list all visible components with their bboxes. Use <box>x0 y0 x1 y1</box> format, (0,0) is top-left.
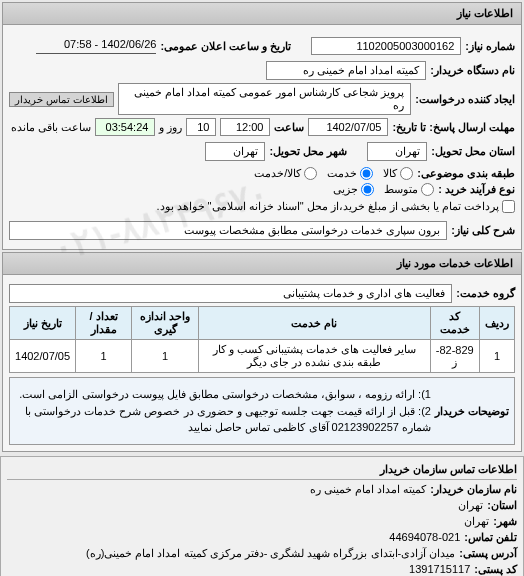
th-0: ردیف <box>480 307 515 340</box>
budget-opt-2: کالا/خدمت <box>254 167 301 180</box>
td-5: 1402/07/05 <box>10 340 76 373</box>
size-label: نوع فرآیند خرید : <box>438 183 515 196</box>
panel1-header: اطلاعات نیاز <box>3 3 521 25</box>
city-value: تهران <box>205 142 265 161</box>
size-radio-medium[interactable] <box>421 183 434 196</box>
province-value: تهران <box>367 142 427 161</box>
req-number-value: 1102005003000162 <box>311 37 461 55</box>
cb-org-label: نام سازمان خریدار: <box>430 483 517 496</box>
buyer-label: نام دستگاه خریدار: <box>430 64 515 77</box>
td-1: 82-829-ز <box>430 340 479 373</box>
services-table: ردیف کد خدمت نام خدمت واحد اندازه گیری ت… <box>9 306 515 373</box>
deadline-date: 1402/07/05 <box>308 118 388 136</box>
contact-info-link[interactable]: اطلاعات تماس خریدار <box>9 92 114 107</box>
cb-addr-label: آدرس پستی: <box>459 547 517 560</box>
time-label: ساعت <box>274 121 304 134</box>
buyer-contact-section: اطلاعات تماس سازمان خریدار نام سازمان خر… <box>0 456 524 577</box>
budget-radio-service[interactable] <box>360 167 373 180</box>
budget-label: طبقه بندی موضوعی: <box>417 167 515 180</box>
cb-phone-label: تلفن تماس: <box>464 531 517 544</box>
table-row: 1 82-829-ز سایر فعالیت های خدمات پشتیبان… <box>10 340 515 373</box>
buyer-contact-header: اطلاعات تماس سازمان خریدار <box>7 463 517 480</box>
th-1: کد خدمت <box>430 307 479 340</box>
buyer-value: کمیته امداد امام خمینی ره <box>266 61 426 80</box>
desc-label: توضیحات خریدار <box>435 403 509 420</box>
cb-phone-val: 44694078-021 <box>389 531 460 543</box>
th-5: تاریخ نیاز <box>10 307 76 340</box>
payment-checkbox[interactable] <box>502 200 515 213</box>
services-panel: اطلاعات خدمات مورد نیاز گروه خدمت: فعالی… <box>2 252 522 452</box>
cb-postal-label: کد پستی: <box>474 563 517 576</box>
need-info-panel: اطلاعات نیاز شماره نیاز: 110200500300016… <box>2 2 522 250</box>
cb-city-val: تهران <box>464 515 489 528</box>
city-label: شهر محل تحویل: <box>269 145 347 158</box>
buyer-description-box: توضیحات خریدار 1): ارائه رزومه ، سوابق، … <box>9 377 515 445</box>
cb-addr-val: میدان آزادی-ابتدای بزرگراه شهید لشگری -د… <box>86 547 455 560</box>
th-2: نام خدمت <box>199 307 430 340</box>
creator-value: پرویز شجاعی کارشناس امور عمومی کمیته امد… <box>118 83 412 115</box>
group-label: گروه خدمت: <box>456 287 515 300</box>
size-opt-0: متوسط <box>384 183 418 196</box>
size-radio-small[interactable] <box>361 183 374 196</box>
province-label: استان محل تحویل: <box>431 145 515 158</box>
cb-prov-val: تهران <box>458 499 483 512</box>
payment-note: پرداخت تمام یا بخشی از مبلغ خرید،از محل … <box>156 200 499 213</box>
group-value: فعالیت های اداری و خدمات پشتیبانی <box>9 284 452 303</box>
time-remain-label: ساعت باقی مانده <box>11 121 91 134</box>
th-4: تعداد / مقدار <box>76 307 132 340</box>
size-opt-1: جزیی <box>333 183 358 196</box>
announce-value: 1402/06/26 - 07:58 <box>36 38 156 54</box>
deadline-label: مهلت ارسال پاسخ: تا تاریخ: <box>392 121 515 134</box>
cb-postal-val: 1391715117 <box>409 563 470 575</box>
budget-radio-group: کالا خدمت کالا/خدمت <box>254 167 413 180</box>
req-number-label: شماره نیاز: <box>465 40 515 53</box>
th-3: واحد اندازه گیری <box>131 307 198 340</box>
deadline-time: 12:00 <box>220 118 270 136</box>
summary-value: برون سپاری خدمات درخواستی مطابق مشخصات پ… <box>9 221 447 240</box>
table-header-row: ردیف کد خدمت نام خدمت واحد اندازه گیری ت… <box>10 307 515 340</box>
budget-radio-goods[interactable] <box>400 167 413 180</box>
summary-label: شرح کلی نیاز: <box>451 224 515 237</box>
budget-radio-both[interactable] <box>304 167 317 180</box>
cb-city-label: شهر: <box>493 515 517 528</box>
creator-label: ایجاد کننده درخواست: <box>415 93 515 106</box>
budget-opt-1: خدمت <box>327 167 357 180</box>
td-2: سایر فعالیت های خدمات پشتیبانی کسب و کار… <box>199 340 430 373</box>
size-radio-group: متوسط جزیی <box>333 183 434 196</box>
desc-text: 1): ارائه رزومه ، سوابق، مشخصات درخواستی… <box>15 386 431 436</box>
cb-org-val: کمیته امداد امام خمینی ره <box>310 483 426 496</box>
cb-prov-label: استان: <box>487 499 517 512</box>
td-0: 1 <box>480 340 515 373</box>
time-remain: 03:54:24 <box>95 118 155 136</box>
td-4: 1 <box>76 340 132 373</box>
announce-label: تاریخ و ساعت اعلان عمومی: <box>160 40 291 53</box>
td-3: 1 <box>131 340 198 373</box>
days-label: روز و <box>159 121 182 134</box>
panel2-header: اطلاعات خدمات مورد نیاز <box>3 253 521 275</box>
days-remain: 10 <box>186 118 216 136</box>
budget-opt-0: کالا <box>383 167 397 180</box>
